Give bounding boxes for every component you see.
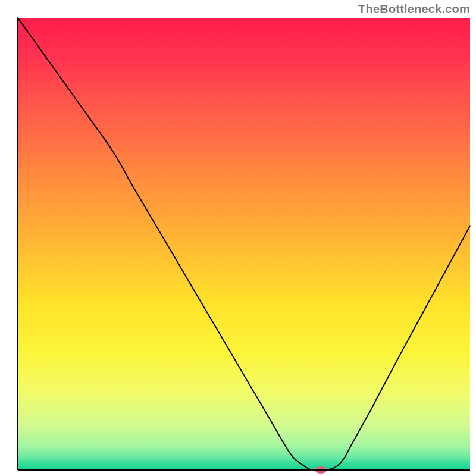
gradient-background xyxy=(18,18,470,470)
bottleneck-chart xyxy=(0,0,476,476)
chart-container: TheBottleneck.com xyxy=(0,0,476,476)
watermark-text: TheBottleneck.com xyxy=(358,2,470,16)
